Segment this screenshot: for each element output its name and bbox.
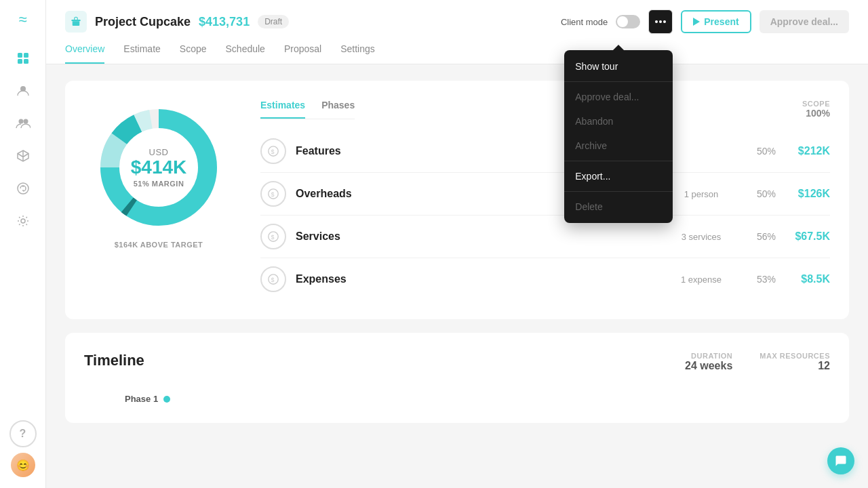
overheads-icon: $ [260,181,286,207]
donut-margin: 51% MARGIN [131,180,187,188]
budget-content: USD $414K 51% MARGIN $164K ABOVE TARGET … [84,100,830,300]
phase-1-label: Phase 1 [125,394,830,404]
dropdown-show-tour[interactable]: Show tour [564,54,673,79]
svg-text:$: $ [271,234,274,241]
main-scroll-area: USD $414K 51% MARGIN $164K ABOVE TARGET … [46,64,868,488]
tab-scope[interactable]: Scope [180,43,207,64]
dropdown-export[interactable]: Export... [564,164,673,188]
svg-point-5 [18,119,23,124]
duration-value: 24 weeks [685,360,732,372]
expenses-percent: 53% [735,274,776,285]
svg-marker-14 [693,18,700,26]
client-mode-toggle[interactable] [616,15,640,28]
sidebar-icon-apps[interactable] [9,45,37,72]
tab-proposal[interactable]: Proposal [284,43,321,64]
project-icon [65,11,87,33]
timeline-bar-area: Phase 1 [84,394,830,404]
svg-rect-9 [71,20,81,21]
timeline-card: Timeline DURATION 24 weeks MAX RESOURCES… [65,333,849,423]
donut-currency: USD [131,147,187,157]
sidebar-logo[interactable]: ≈ [18,11,26,28]
dropdown-menu: Show tour Approve deal... Abandon Archiv… [564,50,673,223]
expenses-detail: 1 expense [667,274,735,285]
draft-badge: Draft [258,15,289,28]
dropdown-archive: Archive [564,134,673,158]
svg-point-11 [655,20,658,23]
timeline-meta: DURATION 24 weeks MAX RESOURCES 12 [685,352,830,372]
dots-btn-wrapper: Show tour Approve deal... Abandon Archiv… [648,9,673,34]
budget-tab-estimates[interactable]: Estimates [260,100,305,119]
sidebar-icon-brain[interactable] [9,175,37,202]
max-resources-label: MAX RESOURCES [760,352,830,360]
sidebar-bottom: ? 😊 [9,420,37,477]
budget-item-features: $ Features 50% $212K [260,130,830,173]
scope-value: 100% [783,108,830,119]
expenses-icon: $ [260,266,286,292]
max-resources-block: MAX RESOURCES 12 [760,352,830,372]
overheads-amount: $126K [776,188,830,200]
svg-text:$: $ [271,191,274,198]
svg-point-7 [18,183,28,194]
timeline-header: Timeline DURATION 24 weeks MAX RESOURCES… [84,352,830,383]
donut-chart: USD $414K 51% MARGIN [91,100,226,235]
svg-rect-0 [18,53,22,58]
svg-rect-2 [18,59,22,64]
main-content: Project Cupcake $413,731 Draft Client mo… [46,0,868,488]
services-name: Services [296,230,667,243]
budget-card: USD $414K 51% MARGIN $164K ABOVE TARGET … [65,81,849,319]
sidebar-help[interactable]: ? [9,420,37,447]
services-detail: 3 services [667,232,735,242]
budget-items-list: $ Features 50% $212K [260,130,830,300]
features-amount: $212K [776,145,830,157]
chat-bubble-button[interactable] [827,447,854,474]
services-icon: $ [260,224,286,249]
sidebar-icon-settings[interactable] [9,207,37,235]
header: Project Cupcake $413,731 Draft Client mo… [46,0,868,64]
tab-estimate[interactable]: Estimate [123,43,160,64]
features-percent: 50% [735,146,776,157]
expenses-amount: $8.5K [776,273,830,285]
header-actions: Client mode Show tour [561,9,849,34]
dropdown-divider-1 [564,81,673,82]
more-options-button[interactable] [648,9,673,34]
dropdown-approve-deal: Approve deal... [564,85,673,109]
nav-tabs: Overview Estimate Scope Schedule Proposa… [65,43,849,64]
svg-rect-10 [73,21,80,26]
duration-block: DURATION 24 weeks [685,352,732,372]
max-resources-value: 12 [760,360,830,372]
project-amount: $413,731 [199,15,250,29]
dropdown-divider-3 [564,191,673,192]
budget-tab-phases[interactable]: Phases [321,100,355,119]
timeline-title: Timeline [84,352,144,369]
sidebar-icon-team[interactable] [9,110,37,137]
services-amount: $67.5K [776,230,830,243]
sidebar-icon-user[interactable] [9,77,37,104]
tab-settings[interactable]: Settings [340,43,375,64]
project-title: Project Cupcake [95,15,191,29]
tab-overview[interactable]: Overview [65,43,104,64]
budget-chart-area: USD $414K 51% MARGIN $164K ABOVE TARGET [84,100,233,249]
svg-text:$: $ [271,148,274,155]
donut-center: USD $414K 51% MARGIN [131,147,187,188]
user-avatar[interactable]: 😊 [11,453,35,477]
svg-point-12 [659,20,662,23]
overheads-percent: 50% [735,188,776,199]
present-button[interactable]: Present [681,10,751,33]
budget-tabs: Estimates Phases [260,100,355,119]
budget-item-services: $ Services 3 services 56% $67.5K [260,216,830,258]
phase-1-dot [163,396,170,403]
client-mode-label: Client mode [561,17,608,27]
budget-right: Estimates Phases SCOPE 100% [260,100,830,300]
dropdown-delete: Delete [564,195,673,219]
svg-point-13 [663,20,666,23]
svg-rect-1 [24,53,28,58]
above-target-label: $164K ABOVE TARGET [115,241,203,249]
services-percent: 56% [735,231,776,242]
budget-item-overheads: $ Overheads 1 person 50% $126K [260,173,830,216]
budget-item-expenses: $ Expenses 1 expense 53% $8.5K [260,258,830,300]
sidebar-icon-box[interactable] [9,142,37,169]
tab-schedule[interactable]: Schedule [226,43,265,64]
scope-label: SCOPE [783,100,830,108]
svg-text:$: $ [271,277,274,283]
overheads-detail: 1 person [667,189,735,199]
